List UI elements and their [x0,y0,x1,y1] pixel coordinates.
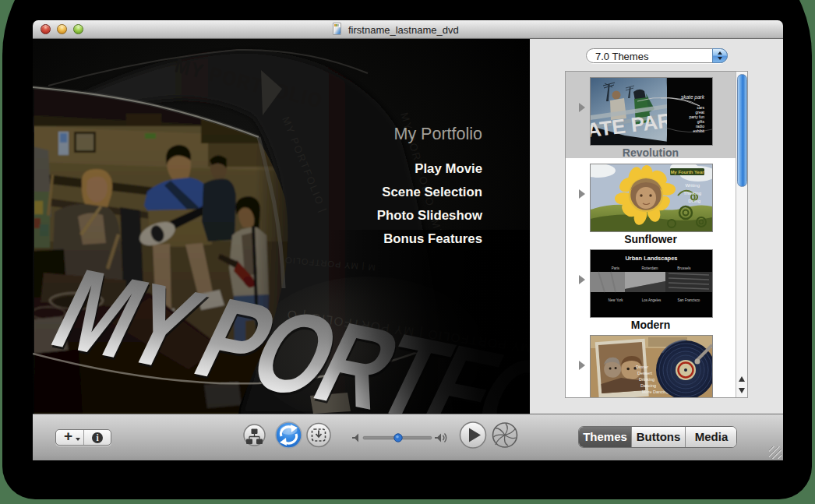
svg-text:New York: New York [608,298,623,302]
svg-text:Urban Landscapes: Urban Landscapes [625,255,677,262]
svg-text:Photo Slideshow: Photo Slideshow [377,208,483,223]
svg-text:Brussels: Brussels [677,266,691,270]
svg-text:Dessert: Dessert [637,371,652,375]
svg-text:Los Angeles: Los Angeles [642,298,662,302]
svg-text:Bonus Features: Bonus Features [383,231,482,246]
svg-text:Dinner: Dinner [636,365,648,369]
svg-text:Drinking: Drinking [639,377,654,382]
svg-text:Rotterdam: Rotterdam [641,266,658,270]
svg-text:skate park: skate park [681,94,705,100]
svg-text:My Fourth Year: My Fourth Year [670,170,704,174]
svg-text:My Portfolio: My Portfolio [393,125,482,143]
svg-text:exhibit: exhibit [693,129,705,133]
svg-text:Dancing: Dancing [640,383,656,388]
svg-text:Scene Selection: Scene Selection [382,185,482,199]
svg-text:Play Movie: Play Movie [415,161,482,176]
svg-text:Doing: Doing [688,199,700,203]
svg-text:Writing: Writing [685,183,700,188]
svg-text:San Francisco: San Francisco [678,298,700,302]
svg-text:Paris: Paris [612,266,620,270]
svg-text:Thinking: Thinking [683,191,701,196]
